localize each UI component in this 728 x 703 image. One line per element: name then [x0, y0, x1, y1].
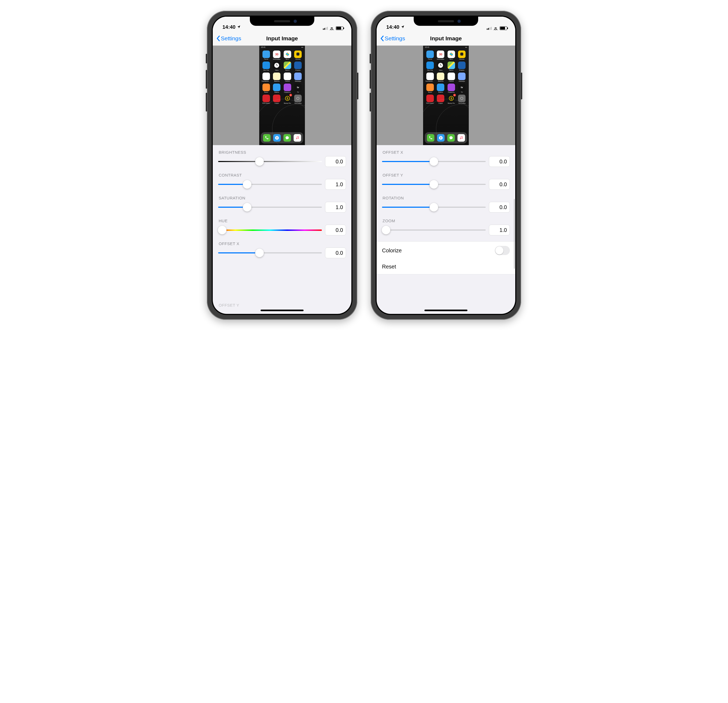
- preview-thumbnail: 10:41•••Почта30КалендарьФотоUlyssesDay O…: [259, 46, 305, 145]
- location-icon: [237, 24, 241, 30]
- status-time: 14:40: [386, 24, 399, 30]
- slider-offset_y: OFFSET Y0.0: [382, 173, 510, 190]
- slider-label: ROTATION: [382, 196, 510, 200]
- location-icon: [401, 24, 404, 30]
- slider-track-offset_x[interactable]: [382, 157, 486, 166]
- preview-area: 10:41•••Почта30КалендарьФотоUlyssesDay O…: [377, 46, 515, 145]
- slider-value-rotation[interactable]: 0.0: [489, 202, 510, 213]
- battery-icon: [500, 26, 507, 30]
- phone-mockup-left: 14:40 Settings Input Image 10:41•••Почта…: [207, 11, 357, 320]
- slider-value-hue[interactable]: 0.0: [325, 225, 346, 236]
- slider-value-brightness[interactable]: 0.0: [325, 156, 346, 167]
- sliders-panel-right: OFFSET X0.0OFFSET Y0.0ROTATION0.0ZOOM1.0…: [377, 145, 515, 314]
- slider-label: OFFSET Y: [382, 173, 510, 177]
- slider-label: OFFSET X: [382, 150, 510, 155]
- svg-point-11: [298, 137, 299, 139]
- phone-mockup-right: 14:40 Settings Input Image 10:41•••Почта…: [371, 11, 521, 320]
- wifi-icon: [329, 26, 334, 30]
- slider-track-hue[interactable]: [218, 226, 322, 234]
- signal-icon: [323, 27, 328, 30]
- slider-track-brightness[interactable]: [218, 157, 322, 166]
- slider-saturation: SATURATION1.0: [218, 196, 346, 213]
- slider-track-offset_x[interactable]: [218, 249, 322, 257]
- slider-thumb[interactable]: [429, 157, 438, 166]
- back-label: Settings: [221, 35, 241, 42]
- row-label: Colorize: [382, 247, 402, 254]
- nav-bar: Settings Input Image: [213, 31, 351, 46]
- slider-thumb[interactable]: [382, 226, 390, 234]
- home-indicator[interactable]: [425, 310, 467, 311]
- nav-bar: Settings Input Image: [377, 31, 515, 46]
- svg-point-22: [460, 138, 461, 139]
- slider-track-saturation[interactable]: [218, 203, 322, 211]
- notch: [250, 17, 314, 26]
- preview-thumbnail: 10:41•••Почта30КалендарьФотоUlyssesDay O…: [423, 46, 469, 145]
- slider-thumb[interactable]: [255, 249, 264, 257]
- slider-offset_x: OFFSET X0.0: [382, 150, 510, 167]
- back-label: Settings: [385, 35, 405, 42]
- battery-icon: [336, 26, 343, 30]
- svg-point-23: [462, 137, 462, 139]
- slider-track-rotation[interactable]: [382, 203, 486, 211]
- status-time: 14:40: [222, 24, 235, 30]
- slider-thumb[interactable]: [243, 203, 251, 211]
- preview-area: 10:41•••Почта30КалендарьФотоUlyssesDay O…: [213, 46, 351, 145]
- slider-value-zoom[interactable]: 1.0: [489, 225, 510, 236]
- signal-icon: [487, 27, 492, 30]
- row-label: Reset: [382, 264, 396, 270]
- back-button[interactable]: Settings: [213, 35, 241, 42]
- slider-thumb[interactable]: [429, 180, 438, 189]
- slider-hue: HUE0.0: [218, 218, 346, 236]
- slider-offset_x: OFFSET X0.0: [218, 241, 346, 258]
- slider-thumb[interactable]: [255, 157, 264, 166]
- wifi-icon: [493, 26, 498, 30]
- slider-thumb[interactable]: [429, 203, 438, 211]
- slider-track-zoom[interactable]: [382, 226, 486, 234]
- slider-track-offset_y[interactable]: [382, 180, 486, 189]
- svg-point-10: [296, 138, 297, 139]
- chevron-left-icon: [216, 35, 220, 41]
- slider-brightness: BRIGHTNESS0.0: [218, 150, 346, 167]
- slider-zoom: ZOOM1.0: [382, 218, 510, 236]
- toggle-colorize[interactable]: [495, 246, 510, 255]
- slider-label: SATURATION: [218, 196, 346, 200]
- slider-label: ZOOM: [382, 218, 510, 223]
- slider-contrast: CONTRAST1.0: [218, 173, 346, 190]
- slider-label: OFFSET X: [218, 241, 346, 246]
- slider-label: CONTRAST: [218, 173, 346, 177]
- slider-thumb[interactable]: [243, 180, 251, 189]
- slider-value-offset_y[interactable]: 0.0: [489, 179, 510, 190]
- sliders-panel-left: BRIGHTNESS0.0CONTRAST1.0SATURATION1.0HUE…: [213, 145, 351, 314]
- scroll-indicator: [514, 199, 515, 269]
- slider-label: BRIGHTNESS: [218, 150, 346, 155]
- slider-value-saturation[interactable]: 1.0: [325, 202, 346, 213]
- home-indicator[interactable]: [261, 310, 303, 311]
- notch: [414, 17, 478, 26]
- back-button[interactable]: Settings: [377, 35, 405, 42]
- slider-value-contrast[interactable]: 1.0: [325, 179, 346, 190]
- slider-track-contrast[interactable]: [218, 180, 322, 189]
- peek-label: OFFSET Y: [218, 303, 239, 307]
- chevron-left-icon: [380, 35, 384, 41]
- row-reset[interactable]: Reset: [377, 259, 515, 274]
- slider-label: HUE: [218, 218, 346, 223]
- slider-thumb[interactable]: [218, 226, 227, 234]
- slider-value-offset_x[interactable]: 0.0: [325, 247, 346, 258]
- row-colorize[interactable]: Colorize: [377, 241, 515, 260]
- slider-rotation: ROTATION0.0: [382, 196, 510, 213]
- slider-value-offset_x[interactable]: 0.0: [489, 156, 510, 167]
